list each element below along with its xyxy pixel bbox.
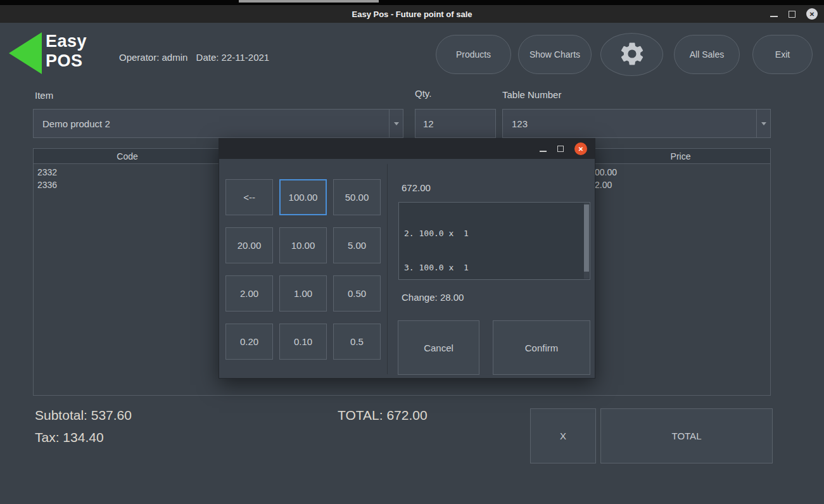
keypad-key-2[interactable]: 2.00 — [225, 275, 273, 312]
payment-entry[interactable]: 3. 100.0 x 1 — [404, 262, 581, 274]
all-sales-button[interactable]: All Sales — [674, 35, 740, 74]
keypad-key-0-50[interactable]: 0.50 — [333, 275, 381, 312]
tax-label: Tax: 134.40 — [35, 430, 104, 445]
close-button[interactable]: ✕ — [806, 8, 818, 20]
settings-button[interactable] — [600, 33, 663, 76]
keypad-key-100[interactable]: 100.00 — [279, 179, 327, 215]
app-logo: Easy POS — [46, 32, 87, 71]
keypad-key-50[interactable]: 50.00 — [333, 179, 381, 215]
keypad-key-5[interactable]: 5.00 — [333, 227, 381, 263]
table-number-label: Table Number — [502, 89, 561, 100]
qty-input[interactable] — [415, 109, 496, 138]
column-header-code[interactable]: Code — [34, 149, 221, 164]
payment-entries-list[interactable]: 2. 100.0 x 1 3. 100.0 x 1 4. 100.0 x 1 5… — [398, 202, 590, 280]
total-label: TOTAL: 672.00 — [338, 408, 428, 423]
maximize-button[interactable] — [789, 11, 795, 18]
confirm-button[interactable]: Confirm — [493, 320, 590, 375]
item-select-arrow-zone — [389, 110, 403, 137]
payment-dialog-title-bar[interactable]: ✕ — [219, 139, 595, 159]
dialog-close-button[interactable]: ✕ — [574, 142, 587, 155]
show-charts-button-label: Show Charts — [529, 49, 580, 60]
keypad-key-0-5[interactable]: 0.5 — [333, 324, 381, 360]
window-title-bar[interactable]: Easy Pos - Future point of sale ✕ — [0, 5, 824, 23]
table-number-select-value: 123 — [512, 118, 528, 129]
column-header-price[interactable]: Price — [590, 149, 771, 164]
dialog-minimize-button[interactable] — [540, 151, 547, 152]
products-button-label: Products — [456, 49, 491, 60]
clear-x-button[interactable]: X — [530, 408, 596, 463]
payment-dialog: ✕ <-- 100.00 50.00 20.00 10.00 5.00 2.00… — [219, 138, 595, 379]
payment-entry[interactable]: 2. 100.0 x 1 — [404, 228, 581, 239]
window-title: Easy Pos - Future point of sale — [352, 9, 472, 19]
chevron-down-icon — [761, 122, 766, 125]
total-button[interactable]: TOTAL — [600, 408, 773, 463]
desktop-strip — [0, 0, 824, 5]
keypad-key-1[interactable]: 1.00 — [279, 275, 327, 312]
window-controls: ✕ — [770, 5, 818, 23]
keypad-key-10[interactable]: 10.00 — [279, 227, 327, 263]
item-select[interactable]: Demo product 2 — [33, 109, 403, 138]
scrollbar[interactable] — [584, 203, 589, 279]
scrollbar-thumb[interactable] — [584, 205, 589, 272]
item-label: Item — [35, 90, 53, 101]
total-button-label: TOTAL — [672, 431, 702, 441]
logo-text-line2: POS — [46, 51, 87, 71]
keypad-key-0-20[interactable]: 0.20 — [225, 324, 273, 360]
confirm-button-label: Confirm — [525, 343, 559, 353]
table-number-select-arrow-zone — [756, 110, 770, 137]
logo-text-line1: Easy — [46, 32, 87, 51]
operator-label: Operator: admin — [119, 52, 187, 63]
show-charts-button[interactable]: Show Charts — [518, 35, 592, 74]
price-cell: 00.00 — [595, 167, 617, 177]
change-label: Change: 28.00 — [402, 292, 464, 303]
amount-due: 672.00 — [402, 182, 431, 193]
operator-date: Operator: admin Date: 22-11-2021 — [119, 52, 275, 63]
keypad-key-20[interactable]: 20.00 — [225, 227, 273, 263]
keypad-backspace-key[interactable]: <-- — [225, 179, 273, 215]
price-cell: 2.00 — [595, 180, 612, 190]
dialog-maximize-button[interactable] — [557, 146, 564, 152]
item-select-value: Demo product 2 — [42, 118, 110, 129]
qty-label: Qty. — [415, 88, 431, 99]
denomination-keypad: <-- 100.00 50.00 20.00 10.00 5.00 2.00 1… — [225, 179, 381, 360]
exit-button-label: Exit — [775, 49, 790, 60]
date-label: Date: 22-11-2021 — [196, 52, 270, 63]
keypad-key-0-10[interactable]: 0.10 — [279, 324, 327, 360]
table-number-select[interactable]: 123 — [502, 109, 771, 138]
chevron-down-icon — [394, 122, 399, 125]
products-button[interactable]: Products — [436, 35, 511, 74]
gear-icon — [618, 40, 646, 70]
cancel-button-label: Cancel — [424, 343, 453, 353]
subtotal-label: Subtotal: 537.60 — [35, 408, 132, 423]
desktop-strip-highlight — [239, 0, 379, 3]
clear-x-button-label: X — [560, 431, 566, 441]
all-sales-button-label: All Sales — [690, 49, 724, 60]
exit-button[interactable]: Exit — [752, 35, 813, 74]
dialog-divider — [387, 164, 388, 374]
minimize-button[interactable] — [770, 16, 778, 17]
code-cell: 2336 — [37, 180, 57, 190]
cancel-button[interactable]: Cancel — [398, 320, 479, 375]
logo-arrow-icon — [9, 32, 42, 74]
code-cell: 2332 — [37, 167, 57, 177]
